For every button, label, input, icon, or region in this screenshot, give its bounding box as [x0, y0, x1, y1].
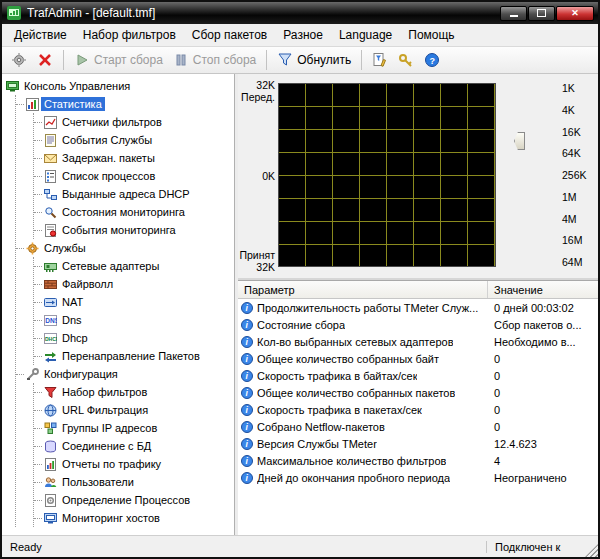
param-cell: iСкорость трафика в байтах/сек — [238, 370, 488, 382]
param-cell: iВерсия Службы TMeter — [238, 438, 488, 450]
tree-group-1-children: Счетчики фильтровСобытия СлужбыЗадержан.… — [33, 113, 234, 239]
table-row[interactable]: iОбщее количество собранных байт0 — [238, 350, 598, 367]
tree-item-3-2-label: URL Фильтрация — [59, 403, 151, 417]
tree-item-3-4[interactable]: Соединение с БД — [34, 437, 234, 455]
param-cell: iСостояние сбора — [238, 319, 488, 331]
value-cell: 4 — [488, 455, 598, 467]
table-row[interactable]: iСкорость трафика в пакетах/сек0 — [238, 401, 598, 418]
tree-item-3-5[interactable]: Отчеты по трафику — [34, 455, 234, 473]
tree-root[interactable]: Консоль Управления — [6, 77, 234, 95]
tree-item-1-1[interactable]: Счетчики фильтров — [34, 113, 234, 131]
key-icon — [398, 52, 414, 68]
table-row[interactable]: iДней до окончания пробного периодаНеогр… — [238, 469, 598, 486]
value-cell: Неограничено — [488, 472, 598, 484]
tree-item-1-4[interactable]: Список процессов — [34, 167, 234, 185]
value-cell: 0 — [488, 353, 598, 365]
menu-item-6[interactable]: Помощь — [400, 25, 462, 45]
help-button[interactable]: ? — [420, 50, 444, 70]
table-row[interactable]: iМаксимальное количество фильтров4 — [238, 452, 598, 469]
traffic-reports-icon — [44, 458, 57, 471]
tree-item-3-6[interactable]: Пользователи — [34, 473, 234, 491]
table-row[interactable]: iПродолжительность работы TMeter Служ...… — [238, 299, 598, 316]
info-icon: i — [241, 319, 253, 331]
configuration-icon — [26, 368, 39, 381]
tree-item-2-3[interactable]: NAT — [34, 293, 234, 311]
tree-item-1-7[interactable]: События мониторинга — [34, 221, 234, 239]
ip-groups-icon — [44, 422, 57, 435]
dns-icon: DNS — [44, 314, 57, 327]
connect-icon — [11, 52, 27, 68]
filter-set-icon — [44, 386, 57, 399]
counters-icon — [44, 116, 57, 129]
table-row[interactable]: iСобрано Netflow-пакетов0 — [238, 418, 598, 435]
console-icon — [6, 80, 19, 93]
table-row[interactable]: iКол-во выбранных сетевых адаптеровНеобх… — [238, 333, 598, 350]
network-adapters-icon — [44, 260, 57, 273]
tree-item-2-2-label: Файрволл — [59, 277, 116, 291]
security-button[interactable] — [394, 50, 418, 70]
info-icon: i — [241, 302, 253, 314]
tree-item-3-3[interactable]: Группы IP адресов — [34, 419, 234, 437]
start-capture-button-label: Старт сбора — [94, 53, 163, 67]
connect-button[interactable] — [7, 50, 31, 70]
filter-editor-button[interactable] — [368, 50, 392, 70]
value-cell: 0 — [488, 421, 598, 433]
tree-group-2[interactable]: Службы — [16, 239, 234, 257]
value-cell: 12.4.623 — [488, 438, 598, 450]
menu-item-5[interactable]: Language — [331, 25, 400, 45]
tree-item-2-1[interactable]: Сетевые адаптеры — [34, 257, 234, 275]
tree-item-3-1[interactable]: Набор фильтров — [34, 383, 234, 401]
start-capture-icon — [74, 52, 90, 68]
tree-item-3-2[interactable]: URL Фильтрация — [34, 401, 234, 419]
tree-group-1[interactable]: Статистика — [16, 95, 234, 113]
tree-item-3-8[interactable]: Мониторинг хостов — [34, 509, 234, 527]
scale-tick-16M: 16M — [562, 235, 598, 245]
disconnect-icon — [37, 52, 53, 68]
scale-panel: 1K4K16K64K256K1M4M16M64M — [496, 74, 598, 278]
process-detect-icon — [44, 494, 57, 507]
tree-item-2-2[interactable]: Файрволл — [34, 275, 234, 293]
table-row[interactable]: iВерсия Службы TMeter12.4.623 — [238, 435, 598, 452]
tree-item-3-7[interactable]: Определение Процессов — [34, 491, 234, 509]
menu-item-4[interactable]: Разное — [275, 25, 331, 45]
dhcp-icon: DHCP — [44, 332, 57, 345]
menu-item-2[interactable]: Набор фильтров — [75, 25, 184, 45]
disconnect-button[interactable] — [33, 50, 57, 70]
tree-item-1-2[interactable]: События Службы — [34, 131, 234, 149]
tree-item-1-5-label: Выданные адреса DHCP — [59, 187, 193, 201]
tree-item-2-6[interactable]: Перенаправление Пакетов — [34, 347, 234, 365]
tree-item-1-3[interactable]: Задержан. пакеты — [34, 149, 234, 167]
tree-item-1-5[interactable]: Выданные адреса DHCP — [34, 185, 234, 203]
tree-item-1-4-label: Список процессов — [59, 169, 158, 183]
table-row[interactable]: iСостояние сбораСбор пакетов о... — [238, 316, 598, 333]
menubar: ДействиеНабор фильтровСбор пакетовРазное… — [2, 24, 598, 47]
nat-icon — [44, 296, 57, 309]
reset-button[interactable]: Обнулить — [273, 50, 355, 70]
tree-item-1-1-label: Счетчики фильтров — [59, 115, 165, 129]
tx-max-label: 32K — [256, 79, 275, 91]
main-area: Консоль УправленияСтатистикаСчетчики фил… — [2, 74, 598, 535]
tree-item-1-6[interactable]: Состояния мониторинга — [34, 203, 234, 221]
column-header-value[interactable]: Значение — [488, 284, 598, 296]
minimize-button[interactable] — [500, 6, 527, 21]
tree-group-2-label: Службы — [41, 241, 89, 255]
tree-item-2-5[interactable]: DHCPDhcp — [34, 329, 234, 347]
filter-editor-icon — [372, 52, 388, 68]
info-icon: i — [241, 404, 253, 416]
table-row[interactable]: iСкорость трафика в байтах/сек0 — [238, 367, 598, 384]
tree-group-3[interactable]: Конфигурация — [16, 365, 234, 383]
table-body: iПродолжительность работы TMeter Служ...… — [238, 299, 598, 486]
menu-item-3[interactable]: Сбор пакетов — [184, 25, 275, 45]
traffic-graph — [278, 83, 496, 267]
tree-panel: Консоль УправленияСтатистикаСчетчики фил… — [2, 74, 235, 535]
menu-item-1[interactable]: Действие — [6, 25, 75, 45]
param-text: Кол-во выбранных сетевых адаптеров — [257, 336, 453, 348]
maximize-button[interactable] — [528, 6, 555, 21]
scale-tick-64M: 64M — [562, 257, 598, 267]
column-header-param[interactable]: Параметр — [238, 281, 488, 298]
tree-item-2-4[interactable]: DNSDns — [34, 311, 234, 329]
titlebar[interactable]: TrafAdmin - [default.tmf] — [2, 2, 598, 24]
process-list-icon — [44, 170, 57, 183]
close-button[interactable] — [556, 6, 594, 21]
table-row[interactable]: iОбщее количество собранных пакетов0 — [238, 384, 598, 401]
